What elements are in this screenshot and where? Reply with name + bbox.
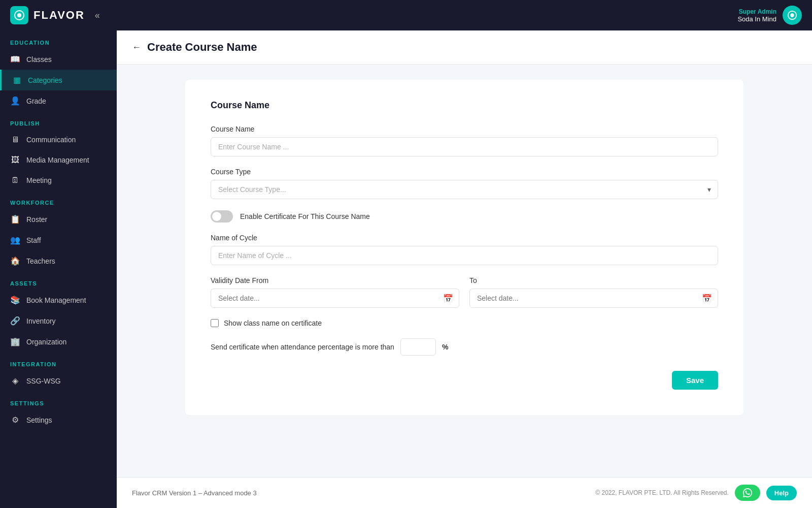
sidebar-item-label-communication: Communication (26, 136, 76, 144)
sidebar-item-label-settings: Settings (26, 416, 52, 424)
staff-icon: 👥 (10, 235, 20, 245)
categories-icon: ▦ (12, 75, 22, 85)
sidebar-item-communication[interactable]: 🖥Communication (0, 130, 117, 150)
settings-icon: ⚙ (10, 415, 20, 425)
page-header: ← Create Course Name (117, 30, 812, 65)
collapse-button[interactable]: « (95, 10, 100, 21)
validity-from-group: Validity Date From 📅 (211, 276, 459, 308)
user-area: Super Admin Soda In Mind (737, 6, 802, 25)
sidebar: EDUCATION📖Classes▦Categories👤GradePUBLIS… (0, 30, 117, 508)
top-header: FLAVOR « Super Admin Soda In Mind (0, 0, 812, 30)
footer: Flavor CRM Version 1 – Advanced mode 3 ©… (117, 477, 812, 508)
sidebar-section-education: EDUCATION (0, 30, 117, 49)
sidebar-item-label-media-management: Media Management (26, 156, 89, 164)
sidebar-section-assets: ASSETS (0, 271, 117, 290)
page-title: Create Course Name (147, 41, 257, 54)
cycle-name-input[interactable] (211, 246, 718, 265)
toggle-slider (211, 210, 233, 223)
sidebar-item-book-management[interactable]: 📚Book Management (0, 290, 117, 310)
sidebar-item-label-meeting: Meeting (26, 176, 52, 184)
grade-icon: 👤 (10, 96, 20, 106)
validity-date-row: Validity Date From 📅 To 📅 (211, 276, 718, 308)
user-info: Super Admin Soda In Mind (737, 8, 776, 23)
validity-to-input[interactable] (469, 289, 718, 308)
course-name-group: Course Name (211, 125, 718, 156)
user-org: Soda In Mind (737, 15, 776, 23)
sidebar-item-categories[interactable]: ▦Categories (0, 70, 117, 90)
sidebar-item-meeting[interactable]: 🗓Meeting (0, 170, 117, 190)
course-name-input[interactable] (211, 137, 718, 156)
save-button[interactable]: Save (672, 371, 718, 390)
meeting-icon: 🗓 (10, 176, 20, 185)
logo-area: FLAVOR « (10, 6, 100, 24)
show-class-name-checkbox[interactable] (211, 319, 219, 327)
cycle-name-label: Name of Cycle (211, 234, 718, 242)
sidebar-item-label-organization: Organization (26, 338, 66, 346)
sidebar-item-ssg-wsg[interactable]: ◈SSG-WSG (0, 370, 117, 391)
attendance-row: Send certificate when attendance percent… (211, 338, 718, 356)
avatar (783, 6, 802, 25)
content-area: ← Create Course Name Course Name Course … (117, 30, 812, 508)
svg-point-1 (17, 13, 21, 17)
logo-icon (10, 6, 28, 24)
validity-to-input-wrapper: 📅 (469, 289, 718, 308)
ssg-wsg-icon: ◈ (10, 376, 20, 386)
whatsapp-button[interactable] (735, 485, 760, 501)
footer-right: © 2022, FLAVOR PTE. LTD. All Rights Rese… (595, 485, 797, 501)
course-type-group: Course Type Select Course Type...OnlineO… (211, 168, 718, 199)
validity-to-label: To (469, 276, 718, 284)
sidebar-section-workforce: WORKFORCE (0, 190, 117, 209)
enable-certificate-toggle[interactable] (211, 210, 233, 223)
enable-certificate-label: Enable Certificate For This Course Name (240, 212, 370, 220)
course-type-select[interactable]: Select Course Type...OnlineOfflineHybrid (211, 180, 718, 199)
sidebar-item-label-staff: Staff (26, 236, 41, 244)
attendance-label: Send certificate when attendance percent… (211, 343, 394, 351)
sidebar-section-integration: INTEGRATION (0, 352, 117, 370)
organization-icon: 🏢 (10, 337, 20, 346)
validity-from-label: Validity Date From (211, 276, 459, 284)
validity-from-input[interactable] (211, 289, 459, 308)
validity-to-group: To 📅 (469, 276, 718, 308)
sidebar-item-inventory[interactable]: 🔗Inventory (0, 310, 117, 331)
sidebar-item-label-grade: Grade (26, 97, 46, 105)
course-type-label: Course Type (211, 168, 718, 176)
sidebar-item-label-categories: Categories (28, 76, 62, 84)
sidebar-item-teachers[interactable]: 🏠Teachers (0, 250, 117, 271)
sidebar-section-settings: SETTINGS (0, 391, 117, 409)
sidebar-item-organization[interactable]: 🏢Organization (0, 331, 117, 352)
help-button[interactable]: Help (766, 486, 797, 500)
sidebar-item-label-ssg-wsg: SSG-WSG (26, 377, 61, 385)
show-class-name-label: Show class name on certificate (224, 319, 322, 327)
save-button-row: Save (211, 371, 718, 390)
classes-icon: 📖 (10, 54, 20, 64)
user-role: Super Admin (737, 8, 776, 15)
footer-version: Flavor CRM Version 1 – Advanced mode 3 (132, 489, 257, 497)
teachers-icon: 🏠 (10, 256, 20, 266)
enable-certificate-row: Enable Certificate For This Course Name (211, 210, 718, 223)
sidebar-item-label-classes: Classes (26, 55, 52, 64)
validity-from-input-wrapper: 📅 (211, 289, 459, 308)
sidebar-item-classes[interactable]: 📖Classes (0, 49, 117, 70)
book-management-icon: 📚 (10, 295, 20, 305)
sidebar-item-label-inventory: Inventory (26, 317, 56, 325)
form-area: Course Name Course Name Course Type Sele… (117, 65, 812, 477)
sidebar-item-grade[interactable]: 👤Grade (0, 90, 117, 111)
course-name-label: Course Name (211, 125, 718, 133)
form-card: Course Name Course Name Course Type Sele… (185, 80, 743, 415)
course-type-select-wrapper: Select Course Type...OnlineOfflineHybrid… (211, 180, 718, 199)
sidebar-item-label-teachers: Teachers (26, 257, 55, 265)
sidebar-item-media-management[interactable]: 🖼Media Management (0, 150, 117, 170)
form-section-title: Course Name (211, 100, 718, 111)
sidebar-item-label-roster: Roster (26, 215, 47, 224)
inventory-icon: 🔗 (10, 316, 20, 326)
sidebar-item-label-book-management: Book Management (26, 296, 86, 304)
media-management-icon: 🖼 (10, 155, 20, 165)
sidebar-item-roster[interactable]: 📋Roster (0, 209, 117, 230)
main-layout: EDUCATION📖Classes▦Categories👤GradePUBLIS… (0, 30, 812, 508)
logo-text: FLAVOR (33, 9, 85, 22)
sidebar-item-settings[interactable]: ⚙Settings (0, 409, 117, 430)
attendance-input[interactable] (400, 338, 436, 356)
sidebar-item-staff[interactable]: 👥Staff (0, 230, 117, 250)
communication-icon: 🖥 (10, 135, 20, 144)
back-button[interactable]: ← (132, 42, 141, 53)
